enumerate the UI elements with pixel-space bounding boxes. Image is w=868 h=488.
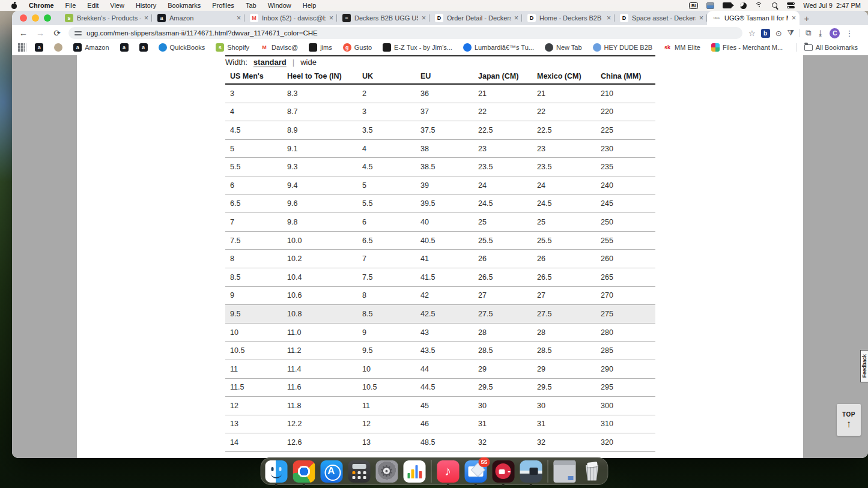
menu-item-history[interactable]: History xyxy=(136,2,156,9)
camera-app-icon[interactable] xyxy=(723,1,732,10)
menu-item-profiles[interactable]: Profiles xyxy=(212,2,234,9)
bookmark-mm-elite[interactable]: skMM Elite xyxy=(658,43,706,52)
browser-tab[interactable]: sBrekken's - Products - UGG®× xyxy=(59,11,152,25)
table-row[interactable]: 5.59.34.538.523.523.5235 xyxy=(225,158,655,176)
table-row[interactable]: 7.510.06.540.525.525.5255 xyxy=(225,232,655,250)
moon-focus-icon[interactable] xyxy=(740,1,747,10)
address-bar[interactable]: ugg.com/men-slippers/tasman-ii/1174671.h… xyxy=(68,27,742,39)
downloads-icon[interactable]: ⭳ xyxy=(816,29,824,38)
table-row[interactable]: 10.511.29.543.528.528.5285 xyxy=(225,342,655,360)
bookmark-files-merchant-m[interactable]: Files - Merchant M... xyxy=(706,43,788,52)
browser-tab[interactable]: MInbox (52) - davisc@brekken× xyxy=(244,11,337,25)
tab-close-icon[interactable]: × xyxy=(237,14,241,22)
menu-item-help[interactable]: Help xyxy=(303,2,317,9)
bookmark-new-tab[interactable]: New Tab xyxy=(539,43,587,52)
bookmark-e-z-tux-by-jim-s[interactable]: E-Z Tux - by Jim's... xyxy=(377,43,458,52)
window-app-icon[interactable] xyxy=(706,1,714,10)
menu-item-window[interactable]: Window xyxy=(268,2,291,9)
feedback-button[interactable]: Feedback xyxy=(860,350,868,382)
bookmark-amazon[interactable]: a xyxy=(115,43,134,52)
dock-item-system-settings[interactable] xyxy=(375,460,398,483)
bookmark-b2b[interactable]: B2B xyxy=(788,44,794,51)
zoom-window-button[interactable] xyxy=(44,14,51,22)
menu-item-bookmarks[interactable]: Bookmarks xyxy=(168,2,201,9)
back-button[interactable]: ← xyxy=(18,28,29,38)
dock-item-app-store[interactable] xyxy=(320,460,342,483)
menu-item-view[interactable]: View xyxy=(110,2,124,9)
menu-bar-clock[interactable]: Wed Jul 9 2:47 PM xyxy=(803,2,861,9)
all-bookmarks-button[interactable]: All Bookmarks xyxy=(799,44,863,51)
table-row[interactable]: 1111.410442929290 xyxy=(225,360,655,379)
tab-close-icon[interactable]: × xyxy=(329,14,333,22)
menu-app-name[interactable]: Chrome xyxy=(29,2,54,9)
close-window-button[interactable] xyxy=(20,14,27,22)
browser-tab[interactable]: aAmazon× xyxy=(152,11,244,25)
table-row[interactable]: 6.59.65.539.524.524.5245 xyxy=(225,195,655,214)
bookmark-amazon[interactable]: a xyxy=(29,43,49,52)
extensions-puzzle-icon[interactable]: ⧩ xyxy=(788,28,795,38)
width-option-standard[interactable]: standard xyxy=(253,58,287,67)
table-row[interactable]: 1211.811453030300 xyxy=(225,397,655,415)
tab-close-icon[interactable]: × xyxy=(607,14,611,22)
bi-app-icon[interactable]: BI xyxy=(689,1,698,10)
url-text[interactable]: ugg.com/men-slippers/tasman-ii/1174671.h… xyxy=(86,29,318,37)
menu-item-file[interactable]: File xyxy=(65,2,76,9)
bookmark-site-round[interactable] xyxy=(49,43,68,52)
tab-close-icon[interactable]: × xyxy=(792,14,796,22)
chrome-menu-icon[interactable]: ⋮ xyxy=(845,29,853,38)
table-row[interactable]: 38.32362121210 xyxy=(225,85,655,103)
table-row[interactable]: 1412.61348.53232320 xyxy=(225,433,655,452)
back-to-top-button[interactable]: TOP ↑ xyxy=(837,404,861,436)
dock-item-trash[interactable] xyxy=(581,460,603,483)
bookmark-jims[interactable]: jims xyxy=(303,43,338,52)
dock-item-minimized-window[interactable] xyxy=(553,460,575,483)
dock-item-finder[interactable] xyxy=(265,460,287,483)
table-row[interactable]: 4.58.93.537.522.522.5225 xyxy=(225,121,655,140)
table-row[interactable]: 11.511.610.544.529.529.5295 xyxy=(225,379,655,397)
forward-button[interactable]: → xyxy=(35,28,46,38)
table-row[interactable]: 1312.212463131310 xyxy=(225,415,655,434)
menu-item-edit[interactable]: Edit xyxy=(87,2,99,9)
tab-close-icon[interactable]: × xyxy=(514,14,518,22)
reload-button[interactable]: ⟳ xyxy=(52,28,62,38)
new-tab-button[interactable]: + xyxy=(800,11,814,25)
bookmark-gusto[interactable]: gGusto xyxy=(338,43,377,52)
dock-item-video-camera-app[interactable] xyxy=(492,460,514,483)
bookmark-amazon[interactable]: aAmazon xyxy=(68,43,114,52)
dock-item-mail[interactable]: 55 xyxy=(464,460,487,483)
dock-item-numbers[interactable] xyxy=(403,460,425,483)
tab-close-icon[interactable]: × xyxy=(699,14,703,22)
table-row[interactable]: 1011.09432828280 xyxy=(225,324,655,342)
screenshot-extension-icon[interactable]: ⊙ xyxy=(775,29,782,38)
table-row[interactable]: 8.510.47.541.526.526.5265 xyxy=(225,268,655,287)
reading-mode-icon[interactable]: ⧉ xyxy=(806,28,811,38)
dock-item-chrome[interactable] xyxy=(293,460,315,483)
apps-grid-icon[interactable] xyxy=(18,43,24,52)
profile-avatar[interactable]: C xyxy=(830,28,840,38)
extension-b-icon[interactable]: b xyxy=(761,29,770,38)
site-settings-icon[interactable] xyxy=(74,30,82,36)
control-center-icon[interactable] xyxy=(787,1,795,10)
browser-tab[interactable]: DHome - Deckers B2B Order C× xyxy=(522,11,615,25)
bookmark-hey-dude-b2b[interactable]: HEY DUDE B2B xyxy=(587,43,658,52)
bookmark-davisc[interactable]: MDavisc@ xyxy=(255,43,303,52)
browser-tab[interactable]: UGGUGG® Tasman II for Men | UG× xyxy=(707,11,800,25)
dock-item-calculator[interactable] xyxy=(348,460,370,483)
tab-close-icon[interactable]: × xyxy=(422,14,426,22)
table-row[interactable]: 9.510.88.542.527.527.5275 xyxy=(225,305,655,324)
bookmark-shopify[interactable]: sShopify xyxy=(210,43,255,52)
table-row[interactable]: 79.86402525250 xyxy=(225,213,655,232)
apple-menu-icon[interactable] xyxy=(11,2,17,9)
dock-item-music[interactable] xyxy=(437,460,459,483)
browser-tab[interactable]: DSpace asset - Deckers Asset× xyxy=(615,11,707,25)
dock-item-photos[interactable] xyxy=(520,460,542,483)
table-row[interactable]: 910.68422727270 xyxy=(225,287,655,306)
menu-item-tab[interactable]: Tab xyxy=(246,2,256,9)
table-row[interactable]: 810.27412626260 xyxy=(225,250,655,268)
minimize-window-button[interactable] xyxy=(32,14,39,22)
bookmark-lumbardi-s-tu[interactable]: Lumbardiâ€™s Tu... xyxy=(458,43,539,52)
table-row[interactable]: 48.73372222220 xyxy=(225,103,655,122)
wifi-icon[interactable] xyxy=(755,1,763,10)
bookmark-star-icon[interactable]: ☆ xyxy=(748,29,756,38)
width-option-wide[interactable]: wide xyxy=(300,58,317,67)
